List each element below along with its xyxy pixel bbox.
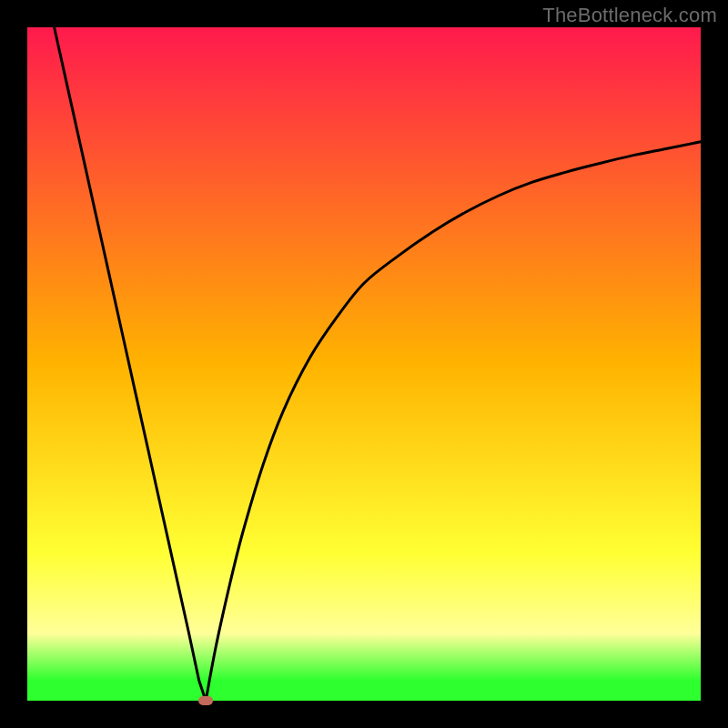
watermark-text: TheBottleneck.com — [542, 4, 717, 27]
curve-layer — [27, 27, 701, 701]
min-marker — [198, 696, 213, 705]
plot-area — [27, 27, 701, 701]
curve-right-branch — [206, 142, 701, 701]
curve-left-branch — [55, 27, 207, 701]
chart-container: TheBottleneck.com — [0, 0, 728, 728]
